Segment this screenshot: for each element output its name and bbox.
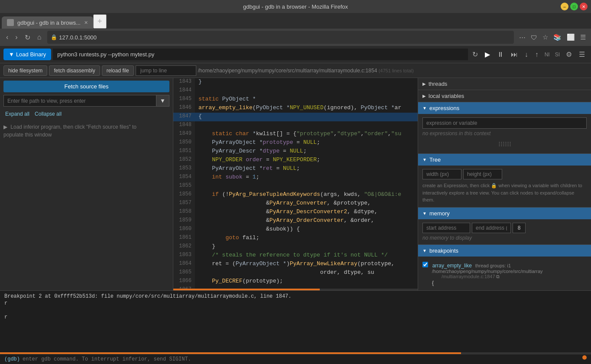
message-line2: populate this window	[3, 132, 52, 138]
expression-input[interactable]	[422, 117, 587, 129]
refresh-button[interactable]: ↻	[22, 32, 33, 43]
memory-start-input[interactable]	[422, 223, 470, 233]
close-window-button[interactable]: ✕	[580, 3, 588, 10]
gdb-prompt: (gdb)	[4, 356, 20, 362]
more-options-button[interactable]: ⋯	[517, 32, 527, 43]
breakpoint-path: /home/zhaoyipeng/numpy/numpy/core/src/mu…	[422, 269, 587, 274]
ni-label: NI	[543, 52, 552, 58]
tree-expand-icon: ▶	[3, 124, 7, 130]
nav-right-controls: ⋯ 🛡 ☆ 📚 ⬜ ☰	[517, 32, 588, 43]
load-binary-dropdown-icon: ▼	[9, 51, 14, 58]
line-content	[195, 87, 418, 95]
terminal-line-2: r	[4, 300, 587, 306]
expand-all-button[interactable]: Expand all	[3, 110, 31, 118]
home-button[interactable]: ⌂	[35, 32, 44, 43]
address-bar-container: 🔒	[47, 31, 514, 44]
breakpoints-header[interactable]: ▼ breakpoints	[418, 245, 591, 257]
code-line-1849: 1849 static char *kwlist[] = {"prototype…	[173, 130, 418, 139]
line-content: PyArrayObject *ret = NULL;	[195, 165, 418, 173]
line-number: 1851	[173, 147, 195, 156]
terminal-area: Breakpoint 2 at 0xffff52b513d: file nump…	[0, 290, 591, 364]
threads-header[interactable]: ▶ threads	[418, 78, 591, 90]
line-content: static PyObject *	[195, 95, 418, 104]
hide-filesystem-button[interactable]: hide filesystem	[3, 65, 47, 76]
continue-button[interactable]: ▶	[482, 49, 493, 60]
line-number: 1848	[173, 121, 195, 130]
sidebar-toggle-button[interactable]: ⬜	[565, 32, 577, 43]
copy-icon[interactable]: ⧉	[496, 274, 500, 280]
tab-bar: gdbgui - gdb in a brows... ✕ +	[0, 13, 591, 29]
tree-header[interactable]: ▼ Tree	[418, 154, 591, 166]
bookmark-button[interactable]: ☆	[541, 32, 550, 43]
line-content: order, dtype, su	[195, 269, 418, 277]
file-search-dropdown-button[interactable]: ▼	[156, 95, 169, 107]
tree-height-input[interactable]	[463, 169, 502, 179]
maximize-button[interactable]: □	[570, 3, 578, 10]
gdb-command-input[interactable]	[23, 356, 587, 362]
binary-command-input[interactable]	[53, 49, 468, 60]
app-toolbar: ▼ Load Binary ↻ ▶ ⏸ ⏭ ↓ ↑ NI SI ⚙ ☰	[0, 46, 591, 63]
expand-collapse-controls: Expand all Collapse all	[0, 108, 173, 120]
memory-inputs	[422, 223, 587, 233]
line-number: 1864	[173, 260, 195, 269]
fetch-disassembly-button[interactable]: fetch disassembly	[49, 65, 100, 76]
expressions-header[interactable]: ▼ expressions	[418, 102, 591, 114]
code-scroll[interactable]: 1843 } 1844 1845 static PyObject * 1846 …	[173, 78, 418, 289]
new-tab-button[interactable]: +	[93, 14, 107, 29]
file-search-input[interactable]	[3, 95, 156, 107]
line-content: /* steals the reference to dtype if it's…	[195, 251, 418, 260]
line-number: 1863	[173, 251, 195, 260]
active-tab[interactable]: gdbgui - gdb in a brows... ✕	[2, 16, 93, 29]
line-content: array_empty_like(PyObject *NPY_UNUSED(ig…	[195, 104, 418, 113]
load-binary-button[interactable]: ▼ Load Binary	[3, 49, 51, 60]
jump-to-line-input[interactable]	[136, 65, 196, 76]
terminal-line-4: r	[4, 314, 587, 320]
line-content: &subok)) {	[195, 225, 418, 234]
memory-bytes-input[interactable]	[513, 223, 526, 233]
menu-button[interactable]: ☰	[578, 32, 588, 43]
next-button[interactable]: ⏭	[508, 49, 520, 60]
code-line-1846: 1846 array_empty_like(PyObject *NPY_UNUS…	[173, 104, 418, 113]
back-button[interactable]: ‹	[3, 32, 11, 43]
right-panel: ▶ threads ▶ local variables ▼ expression…	[418, 78, 591, 290]
address-input[interactable]	[59, 34, 510, 41]
step-up-button[interactable]: ↑	[533, 49, 541, 60]
code-line-1865: 1865 order, dtype, su	[173, 269, 418, 277]
pause-button[interactable]: ⏸	[494, 49, 507, 60]
breakpoint-file-line: /multiarraymodule.c:1847 ⧉	[432, 274, 587, 280]
code-line-1860: 1860 &subok)) {	[173, 225, 418, 234]
reload-file-button[interactable]: reload file	[102, 65, 134, 76]
tree-width-input[interactable]	[422, 169, 461, 179]
forward-button[interactable]: ›	[13, 32, 20, 43]
code-line-1866: 1866 Py_DECREF(prototype);	[173, 277, 418, 286]
refresh-control-button[interactable]: ↻	[470, 49, 481, 60]
code-line-1857: 1857 &PyArray_Converter, &prototype,	[173, 199, 418, 208]
breakpoint-name: array_empty_like	[432, 263, 472, 269]
tree-arrow-icon: ▼	[422, 157, 427, 162]
step-down-button[interactable]: ↓	[522, 49, 531, 60]
fetch-source-files-button[interactable]: Fetch source files	[3, 81, 169, 92]
line-content: }	[195, 78, 418, 87]
expressions-content: no expressions in this context ⁝⁝⁝⁝⁝⁝	[418, 114, 591, 153]
tab-close-button[interactable]: ✕	[84, 20, 88, 26]
line-content: {	[195, 113, 418, 121]
terminal-input-bar: (gdb)	[0, 354, 591, 364]
minimize-button[interactable]: –	[561, 3, 568, 10]
line-number: 1859	[173, 217, 195, 225]
tree-label: Tree	[429, 156, 441, 163]
local-variables-arrow-icon: ▶	[422, 94, 426, 98]
bookmarks-library-button[interactable]: 📚	[552, 32, 563, 43]
collapse-all-button[interactable]: Collapse all	[33, 110, 63, 118]
settings-button[interactable]: ⚙	[563, 49, 575, 60]
pocket-button[interactable]: 🛡	[529, 32, 539, 43]
hamburger-menu-button[interactable]: ☰	[576, 49, 588, 60]
line-number: 1866	[173, 277, 195, 286]
memory-end-input[interactable]	[472, 223, 511, 233]
threads-section: ▶ threads	[418, 78, 591, 90]
breakpoint-checkbox[interactable]	[422, 262, 428, 267]
memory-header[interactable]: ▼ memory	[418, 208, 591, 219]
line-number: 1862	[173, 243, 195, 251]
local-variables-header[interactable]: ▶ local variables	[418, 90, 591, 102]
breakpoint-thread: thread groups: i1	[475, 263, 511, 268]
code-line-1861: 1861 goto fail;	[173, 234, 418, 243]
